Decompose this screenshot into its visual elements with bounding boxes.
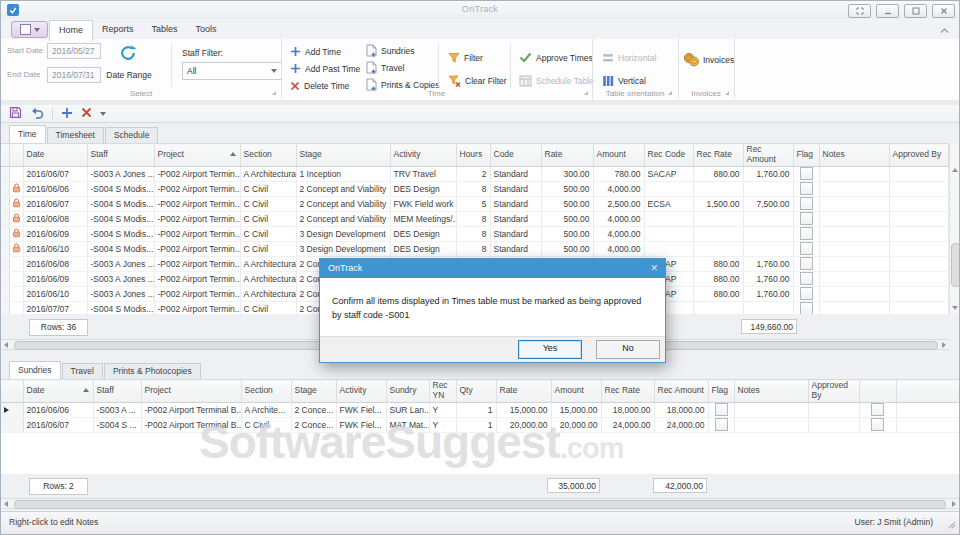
flag-checkbox[interactable] — [871, 418, 884, 431]
flag-checkbox[interactable] — [800, 197, 813, 210]
horizontal-scrollbar[interactable] — [1, 498, 959, 509]
flag-checkbox[interactable] — [800, 257, 813, 270]
column-header[interactable]: Rec Rate — [601, 380, 654, 403]
column-header[interactable]: Approved By — [808, 380, 859, 403]
column-header[interactable]: Amount — [593, 144, 644, 167]
scroll-right-icon[interactable] — [942, 342, 946, 348]
ribbon-tab-home[interactable]: Home — [49, 20, 93, 41]
flag-checkbox[interactable] — [800, 287, 813, 300]
column-header[interactable]: Date — [23, 380, 93, 403]
column-header[interactable]: Approved By — [889, 144, 948, 167]
flag-checkbox[interactable] — [800, 167, 813, 180]
flag-checkbox[interactable] — [715, 403, 728, 416]
clear-filter-button[interactable]: Clear Filter — [448, 73, 507, 88]
close-button[interactable] — [932, 4, 955, 18]
travel-button[interactable]: Travel — [366, 60, 404, 75]
column-header[interactable]: Rec Code — [644, 144, 693, 167]
time-row[interactable]: 2016/06/07-S003 A Jones ...-P002 Airport… — [1, 166, 949, 181]
column-header[interactable]: Rec Amount — [743, 144, 793, 167]
column-header[interactable]: Rec Amount — [654, 380, 708, 403]
dialog-launcher-icon[interactable] — [668, 91, 672, 95]
staff-filter-dropdown[interactable]: All — [182, 62, 282, 80]
column-header[interactable]: Activity — [390, 144, 456, 167]
column-header[interactable]: Hours — [456, 144, 490, 167]
approve-times-button[interactable]: Approve Times — [519, 50, 593, 65]
date-range-icon[interactable] — [119, 44, 137, 64]
tab-timesheet[interactable]: Timesheet — [47, 127, 104, 143]
time-row[interactable]: 2016/06/07-S004 S Modis...-P002 Airport … — [1, 196, 949, 211]
column-header[interactable]: Project — [154, 144, 240, 167]
minimize-button[interactable] — [876, 4, 899, 18]
sundry-row[interactable]: 2016/06/06-S003 A ...-P002 Airport Termi… — [1, 402, 959, 417]
column-header[interactable]: Section — [241, 380, 291, 403]
filter-button[interactable]: Filter — [448, 50, 483, 65]
column-header[interactable]: Stage — [291, 380, 336, 403]
column-header[interactable]: Staff — [93, 380, 141, 403]
maximize-button[interactable] — [904, 4, 927, 18]
tab-time[interactable]: Time — [9, 125, 46, 143]
add-past-time-button[interactable]: Add Past Time — [290, 61, 360, 76]
flag-checkbox[interactable] — [800, 302, 813, 314]
collapse-ribbon-icon[interactable] — [940, 26, 949, 36]
scrollbar-thumb[interactable] — [951, 243, 960, 287]
close-icon[interactable]: ✕ — [650, 263, 658, 273]
scroll-down-icon[interactable] — [952, 306, 958, 310]
time-row[interactable]: 2016/06/06-S004 S Modis...-P002 Airport … — [1, 181, 949, 196]
yes-button[interactable]: Yes — [518, 340, 582, 359]
delete-row-icon[interactable] — [81, 107, 92, 120]
resize-grip[interactable] — [948, 521, 956, 531]
column-header[interactable]: Qty — [456, 380, 496, 403]
add-row-icon[interactable] — [61, 107, 73, 121]
scroll-left-icon[interactable] — [4, 342, 8, 348]
flag-checkbox[interactable] — [800, 272, 813, 285]
column-header[interactable]: Date — [23, 144, 87, 167]
time-row[interactable]: 2016/06/09-S004 S Modis...-P002 Airport … — [1, 226, 949, 241]
column-header[interactable]: Staff — [87, 144, 154, 167]
tab-schedule[interactable]: Schedule — [105, 127, 158, 143]
undo-icon[interactable] — [30, 107, 44, 121]
sundry-row[interactable]: 2016/06/07-S004 S ...-P002 Airport Termi… — [1, 417, 959, 432]
column-header[interactable]: Notes — [734, 380, 808, 403]
time-row[interactable]: 2016/06/10-S004 S Modis...-P002 Airport … — [1, 241, 949, 256]
application-menu-button[interactable] — [11, 21, 48, 38]
column-header[interactable]: Code — [490, 144, 541, 167]
column-header[interactable]: Flag — [708, 380, 734, 403]
add-time-button[interactable]: Add Time — [290, 44, 341, 59]
scrollbar-thumb[interactable] — [14, 500, 946, 509]
no-button[interactable]: No — [596, 340, 660, 359]
end-date-field[interactable]: 2016/07/31 — [47, 67, 101, 83]
column-header[interactable]: Flag — [793, 144, 819, 167]
column-header[interactable]: Rate — [541, 144, 593, 167]
tab-sundries[interactable]: Sundries — [9, 361, 61, 379]
flag-checkbox[interactable] — [715, 418, 728, 431]
tab-prints-photocopies[interactable]: Prints & Photocopies — [104, 363, 201, 379]
dialog-launcher-icon[interactable] — [272, 91, 276, 95]
flag-checkbox[interactable] — [800, 227, 813, 240]
invoices-button[interactable]: Invoices — [683, 52, 734, 67]
column-header[interactable]: Project — [141, 380, 241, 403]
vertical-scrollbar[interactable] — [949, 143, 960, 314]
column-header[interactable]: Rec Rate — [693, 144, 743, 167]
scroll-left-icon[interactable] — [4, 501, 8, 507]
chevron-down-icon[interactable] — [100, 112, 106, 116]
title-bar[interactable]: OnTrack — [1, 1, 959, 19]
ribbon-tab-tables[interactable]: Tables — [143, 20, 187, 39]
column-header[interactable]: Activity — [336, 380, 386, 403]
flag-checkbox[interactable] — [871, 403, 884, 416]
column-header[interactable]: Notes — [819, 144, 889, 167]
ribbon-tab-reports[interactable]: Reports — [93, 20, 143, 39]
column-header[interactable]: Amount — [551, 380, 601, 403]
flag-checkbox[interactable] — [800, 242, 813, 255]
scroll-up-icon[interactable] — [952, 168, 958, 172]
tab-travel[interactable]: Travel — [62, 363, 103, 379]
column-header[interactable]: Stage — [296, 144, 390, 167]
ribbon-tab-tools[interactable]: Tools — [187, 20, 226, 39]
fullscreen-button[interactable] — [848, 4, 871, 18]
start-date-field[interactable]: 2016/05/27 — [47, 43, 101, 59]
date-range-button[interactable]: Date Range — [102, 67, 156, 82]
column-header[interactable]: Rate — [496, 380, 551, 403]
column-header[interactable]: Rec YN — [429, 380, 456, 403]
dialog-launcher-icon[interactable] — [725, 91, 729, 95]
time-row[interactable]: 2016/06/08-S004 S Modis...-P002 Airport … — [1, 211, 949, 226]
column-header[interactable]: Sundry — [386, 380, 429, 403]
